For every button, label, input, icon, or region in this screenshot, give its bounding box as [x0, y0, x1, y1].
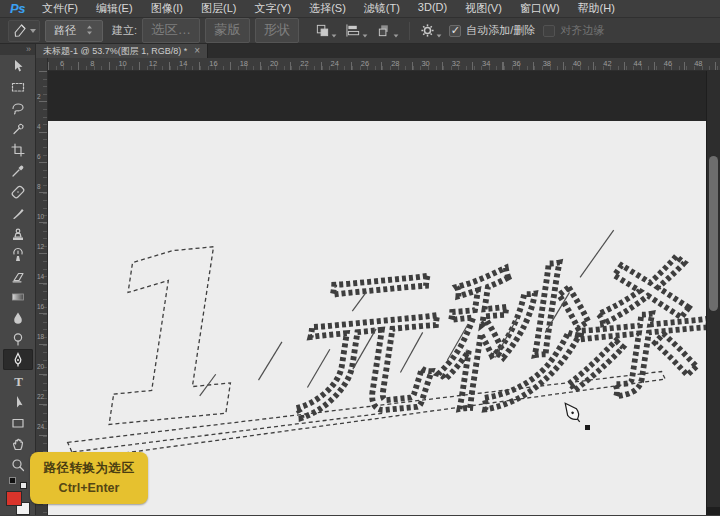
separator: [409, 22, 410, 40]
rectangular-marquee-tool[interactable]: [3, 76, 33, 97]
document-tab-title: 未标题-1 @ 53.7%(图层 1, RGB/8) *: [43, 45, 187, 58]
hand-tool[interactable]: [3, 433, 33, 454]
brush-tool[interactable]: [3, 202, 33, 223]
tool-list: T: [3, 55, 33, 475]
hruler-number: 40: [573, 59, 581, 68]
make-shape-button[interactable]: 形状: [255, 18, 300, 43]
clone-stamp-tool[interactable]: [3, 223, 33, 244]
eraser-tool[interactable]: [3, 265, 33, 286]
chevron-down-icon: [332, 34, 337, 37]
menu-item-2[interactable]: 图像(I): [142, 1, 192, 16]
menu-item-10[interactable]: 帮助(H): [569, 1, 624, 16]
make-mask-button[interactable]: 蒙版: [205, 18, 250, 43]
scrollbar-corner: [706, 507, 720, 515]
vruler-number: 10: [37, 213, 44, 220]
menu-item-9[interactable]: 窗口(W): [511, 1, 569, 16]
document-area: 未标题-1 @ 53.7%(图层 1, RGB/8) * × 681012141…: [36, 44, 720, 515]
blur-tool[interactable]: [3, 307, 33, 328]
move-tool[interactable]: [3, 55, 33, 76]
align-edges-checkbox: [543, 25, 555, 37]
chevron-down-icon: [30, 29, 36, 33]
menu-item-8[interactable]: 视图(V): [456, 1, 511, 16]
document-tab[interactable]: 未标题-1 @ 53.7%(图层 1, RGB/8) * ×: [36, 44, 208, 58]
ps-logo: Ps: [10, 1, 25, 16]
photoshop-window: { "app": { "logo": "Ps" }, "menubar": { …: [0, 0, 720, 516]
default-colors-icon[interactable]: [9, 477, 27, 489]
color-swatches[interactable]: [5, 491, 31, 515]
tools-panel-collapse-button[interactable]: »: [0, 44, 35, 55]
tool-mode-value: 路径: [54, 23, 76, 38]
close-icon[interactable]: ×: [194, 46, 200, 56]
spot-healing-brush-tool[interactable]: [3, 181, 33, 202]
menu-item-5[interactable]: 选择(S): [300, 1, 355, 16]
vruler-number: 18: [37, 333, 44, 340]
type-tool[interactable]: T: [3, 370, 33, 391]
history-brush-tool[interactable]: [3, 244, 33, 265]
combine-shapes-button[interactable]: [313, 22, 339, 39]
gradient-tool[interactable]: [3, 286, 33, 307]
updown-arrows-icon: [86, 25, 93, 35]
horizontal-ruler[interactable]: 6810121416182022242628303234363840424446…: [36, 58, 720, 71]
menu-item-1[interactable]: 编辑(E): [87, 1, 142, 16]
tool-mode-select[interactable]: 路径: [45, 20, 103, 42]
hruler-number: 36: [512, 59, 520, 68]
rectangle-tool[interactable]: [3, 412, 33, 433]
vruler-number: 6: [37, 153, 41, 160]
ruler-corner: [36, 58, 48, 71]
hruler-number: 6: [60, 59, 64, 68]
tool-preset-picker[interactable]: [8, 20, 40, 42]
hruler-number: 28: [391, 59, 399, 68]
menu-bar: Ps 文件(F)编辑(E)图像(I)图层(L)文字(Y)选择(S)滤镜(T)3D…: [0, 0, 720, 18]
eyedropper-tool[interactable]: [3, 160, 33, 181]
menu-item-0[interactable]: 文件(F): [33, 1, 87, 16]
vruler-number: 2: [37, 93, 41, 100]
make-label: 建立:: [112, 23, 137, 38]
auto-add-delete-option[interactable]: ✓ 自动添加/删除: [449, 23, 535, 38]
menu-item-6[interactable]: 滤镜(T): [355, 1, 409, 16]
hruler-number: 24: [331, 59, 339, 68]
options-bar: 路径 建立: 选区… 蒙版 形状: [0, 18, 720, 44]
vruler-number: 14: [37, 273, 44, 280]
chevron-down-icon: [394, 34, 399, 37]
dodge-tool[interactable]: [3, 328, 33, 349]
toolbar-extras: [5, 477, 31, 515]
art-char-sha: 杀: [551, 237, 706, 416]
canvas-viewport[interactable]: 1 元 秒 杀: [48, 71, 720, 515]
combine-shapes-icon: [315, 23, 330, 38]
vruler-number: 16: [37, 303, 44, 310]
pen-tool[interactable]: [3, 349, 33, 370]
pen-options-gear-button[interactable]: [418, 22, 444, 39]
hruler-number: 42: [603, 59, 611, 68]
foreground-color-swatch[interactable]: [6, 491, 22, 506]
scrollbar-thumb[interactable]: [709, 156, 718, 311]
menu-item-4[interactable]: 文字(Y): [245, 1, 300, 16]
hruler-number: 46: [664, 59, 672, 68]
pen-tool-icon: [12, 23, 28, 39]
menu-item-3[interactable]: 图层(L): [192, 1, 245, 16]
hruler-number: 12: [149, 59, 157, 68]
hruler-number: 16: [209, 59, 217, 68]
hruler-number: 20: [270, 59, 278, 68]
make-selection-button[interactable]: 选区…: [142, 18, 200, 43]
pen-cursor: [562, 399, 594, 439]
zoom-tool[interactable]: [3, 454, 33, 475]
menu-item-7[interactable]: 3D(D): [409, 1, 456, 16]
tools-panel: » T: [0, 44, 36, 515]
path-arrangement-button[interactable]: [375, 22, 401, 39]
quick-selection-tool[interactable]: [3, 118, 33, 139]
hruler-number: 44: [634, 59, 642, 68]
lasso-tool[interactable]: [3, 97, 33, 118]
auto-add-delete-label: 自动添加/删除: [466, 23, 535, 38]
hruler-number: 18: [240, 59, 248, 68]
crop-tool[interactable]: [3, 139, 33, 160]
hruler-number: 30: [421, 59, 429, 68]
hruler-number: 48: [694, 59, 702, 68]
vertical-scrollbar[interactable]: [706, 71, 720, 515]
path-selection-tool[interactable]: [3, 391, 33, 412]
vruler-number: 22: [37, 393, 44, 400]
workspace: » T 未标题-1 @ 53.7%(图层 1, RGB/8) * × 68101…: [0, 44, 720, 515]
vertical-ruler[interactable]: 246810121416182022242628: [36, 71, 48, 515]
path-alignment-button[interactable]: [344, 22, 370, 39]
auto-add-delete-checkbox[interactable]: ✓: [449, 25, 461, 37]
tooltip-text: 路径转换为选区: [34, 460, 144, 477]
